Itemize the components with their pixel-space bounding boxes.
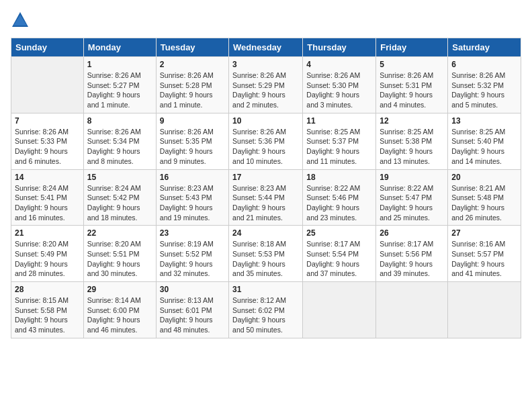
day-info: Sunrise: 8:18 AMSunset: 5:53 PMDaylight:…	[232, 239, 299, 279]
week-row-4: 21Sunrise: 8:20 AMSunset: 5:49 PMDayligh…	[11, 226, 521, 282]
day-number: 24	[232, 228, 299, 238]
day-info: Sunrise: 8:26 AMSunset: 5:35 PMDaylight:…	[160, 127, 225, 167]
day-info: Sunrise: 8:14 AMSunset: 6:00 PMDaylight:…	[87, 295, 152, 335]
day-info: Sunrise: 8:23 AMSunset: 5:44 PMDaylight:…	[232, 183, 299, 223]
day-info: Sunrise: 8:12 AMSunset: 6:02 PMDaylight:…	[232, 295, 299, 335]
calendar-cell: 31Sunrise: 8:12 AMSunset: 6:02 PMDayligh…	[229, 282, 303, 338]
day-info: Sunrise: 8:26 AMSunset: 5:28 PMDaylight:…	[160, 71, 225, 110]
day-number: 31	[232, 285, 299, 294]
day-number: 6	[451, 60, 517, 69]
calendar-cell: 12Sunrise: 8:25 AMSunset: 5:38 PMDayligh…	[376, 113, 448, 169]
day-info: Sunrise: 8:15 AMSunset: 5:58 PMDaylight:…	[15, 295, 80, 335]
day-number: 16	[160, 173, 225, 182]
day-number: 2	[160, 60, 225, 69]
day-number: 25	[306, 228, 372, 238]
week-row-2: 7Sunrise: 8:26 AMSunset: 5:33 PMDaylight…	[11, 113, 521, 169]
calendar-cell: 30Sunrise: 8:13 AMSunset: 6:01 PMDayligh…	[156, 282, 228, 338]
calendar-cell: 25Sunrise: 8:17 AMSunset: 5:54 PMDayligh…	[303, 226, 376, 282]
day-info: Sunrise: 8:22 AMSunset: 5:47 PMDaylight:…	[380, 183, 444, 223]
calendar-cell: 27Sunrise: 8:16 AMSunset: 5:57 PMDayligh…	[448, 226, 521, 282]
day-info: Sunrise: 8:24 AMSunset: 5:42 PMDaylight:…	[87, 183, 152, 223]
day-info: Sunrise: 8:21 AMSunset: 5:48 PMDaylight:…	[451, 183, 517, 223]
day-info: Sunrise: 8:16 AMSunset: 5:57 PMDaylight:…	[451, 239, 517, 279]
day-number: 17	[232, 173, 299, 182]
calendar-cell: 9Sunrise: 8:26 AMSunset: 5:35 PMDaylight…	[156, 113, 228, 169]
calendar-cell	[448, 282, 521, 338]
day-info: Sunrise: 8:17 AMSunset: 5:56 PMDaylight:…	[380, 239, 444, 279]
day-info: Sunrise: 8:26 AMSunset: 5:27 PMDaylight:…	[87, 71, 152, 110]
day-number: 8	[87, 116, 152, 126]
calendar-cell: 11Sunrise: 8:25 AMSunset: 5:37 PMDayligh…	[303, 113, 376, 169]
day-number: 30	[160, 285, 225, 294]
calendar-cell: 2Sunrise: 8:26 AMSunset: 5:28 PMDaylight…	[156, 57, 228, 113]
day-number: 26	[380, 228, 444, 238]
calendar-cell	[376, 282, 448, 338]
calendar-cell: 6Sunrise: 8:26 AMSunset: 5:32 PMDaylight…	[448, 57, 521, 113]
calendar-cell	[11, 57, 84, 113]
day-number: 23	[160, 228, 225, 238]
calendar-cell: 18Sunrise: 8:22 AMSunset: 5:46 PMDayligh…	[303, 169, 376, 226]
day-number: 22	[87, 228, 152, 238]
header-row: SundayMondayTuesdayWednesdayThursdayFrid…	[11, 38, 521, 57]
svg-marker-1	[13, 15, 27, 26]
day-number: 13	[451, 116, 517, 126]
calendar-cell: 28Sunrise: 8:15 AMSunset: 5:58 PMDayligh…	[11, 282, 84, 338]
day-info: Sunrise: 8:20 AMSunset: 5:49 PMDaylight:…	[15, 239, 80, 279]
day-info: Sunrise: 8:25 AMSunset: 5:40 PMDaylight:…	[451, 127, 517, 167]
day-info: Sunrise: 8:26 AMSunset: 5:33 PMDaylight:…	[15, 127, 80, 167]
calendar-cell: 5Sunrise: 8:26 AMSunset: 5:31 PMDaylight…	[376, 57, 448, 113]
day-info: Sunrise: 8:26 AMSunset: 5:32 PMDaylight:…	[451, 71, 517, 110]
day-number: 29	[87, 285, 152, 294]
header-day-saturday: Saturday	[448, 38, 521, 57]
logo-icon	[11, 11, 30, 30]
day-number: 7	[15, 116, 80, 126]
week-row-1: 1Sunrise: 8:26 AMSunset: 5:27 PMDaylight…	[11, 57, 521, 113]
day-number: 3	[232, 60, 299, 69]
calendar-cell: 19Sunrise: 8:22 AMSunset: 5:47 PMDayligh…	[376, 169, 448, 226]
calendar-cell: 4Sunrise: 8:26 AMSunset: 5:30 PMDaylight…	[303, 57, 376, 113]
calendar-cell: 15Sunrise: 8:24 AMSunset: 5:42 PMDayligh…	[83, 169, 156, 226]
day-info: Sunrise: 8:26 AMSunset: 5:31 PMDaylight:…	[380, 71, 444, 110]
calendar-header: SundayMondayTuesdayWednesdayThursdayFrid…	[11, 38, 521, 57]
day-number: 27	[451, 228, 517, 238]
calendar-cell: 26Sunrise: 8:17 AMSunset: 5:56 PMDayligh…	[376, 226, 448, 282]
day-number: 18	[306, 173, 372, 182]
calendar-cell: 16Sunrise: 8:23 AMSunset: 5:43 PMDayligh…	[156, 169, 228, 226]
calendar-cell: 29Sunrise: 8:14 AMSunset: 6:00 PMDayligh…	[83, 282, 156, 338]
calendar-cell	[303, 282, 376, 338]
calendar-cell: 17Sunrise: 8:23 AMSunset: 5:44 PMDayligh…	[229, 169, 303, 226]
day-number: 4	[306, 60, 372, 69]
calendar-cell: 24Sunrise: 8:18 AMSunset: 5:53 PMDayligh…	[229, 226, 303, 282]
day-info: Sunrise: 8:26 AMSunset: 5:29 PMDaylight:…	[232, 71, 299, 110]
calendar-cell: 20Sunrise: 8:21 AMSunset: 5:48 PMDayligh…	[448, 169, 521, 226]
day-number: 28	[15, 285, 80, 294]
day-info: Sunrise: 8:26 AMSunset: 5:30 PMDaylight:…	[306, 71, 372, 110]
header-day-monday: Monday	[83, 38, 156, 57]
week-row-3: 14Sunrise: 8:24 AMSunset: 5:41 PMDayligh…	[11, 169, 521, 226]
calendar-cell: 14Sunrise: 8:24 AMSunset: 5:41 PMDayligh…	[11, 169, 84, 226]
header-day-wednesday: Wednesday	[229, 38, 303, 57]
calendar-cell: 23Sunrise: 8:19 AMSunset: 5:52 PMDayligh…	[156, 226, 228, 282]
calendar-cell: 8Sunrise: 8:26 AMSunset: 5:34 PMDaylight…	[83, 113, 156, 169]
day-number: 14	[15, 173, 80, 182]
day-info: Sunrise: 8:20 AMSunset: 5:51 PMDaylight:…	[87, 239, 152, 279]
logo	[11, 11, 32, 30]
calendar-cell: 22Sunrise: 8:20 AMSunset: 5:51 PMDayligh…	[83, 226, 156, 282]
day-number: 15	[87, 173, 152, 182]
header-day-thursday: Thursday	[303, 38, 376, 57]
calendar-cell: 13Sunrise: 8:25 AMSunset: 5:40 PMDayligh…	[448, 113, 521, 169]
day-number: 11	[306, 116, 372, 126]
day-number: 10	[232, 116, 299, 126]
day-info: Sunrise: 8:23 AMSunset: 5:43 PMDaylight:…	[160, 183, 225, 223]
calendar-cell: 7Sunrise: 8:26 AMSunset: 5:33 PMDaylight…	[11, 113, 84, 169]
week-row-5: 28Sunrise: 8:15 AMSunset: 5:58 PMDayligh…	[11, 282, 521, 338]
day-number: 9	[160, 116, 225, 126]
day-number: 1	[87, 60, 152, 69]
header-day-sunday: Sunday	[11, 38, 84, 57]
header-day-tuesday: Tuesday	[156, 38, 228, 57]
day-info: Sunrise: 8:22 AMSunset: 5:46 PMDaylight:…	[306, 183, 372, 223]
day-info: Sunrise: 8:26 AMSunset: 5:36 PMDaylight:…	[232, 127, 299, 167]
day-number: 5	[380, 60, 444, 69]
calendar-body: 1Sunrise: 8:26 AMSunset: 5:27 PMDaylight…	[11, 57, 521, 338]
calendar-cell: 3Sunrise: 8:26 AMSunset: 5:29 PMDaylight…	[229, 57, 303, 113]
